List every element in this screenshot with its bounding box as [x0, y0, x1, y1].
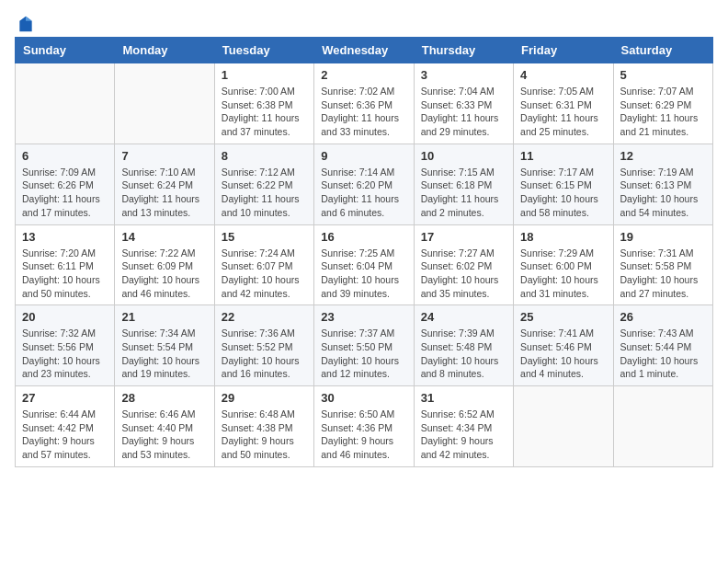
day-number: 1	[222, 68, 307, 82]
calendar-week-3: 13Sunrise: 7:20 AMSunset: 6:11 PMDayligh…	[16, 224, 713, 305]
calendar-cell: 27Sunrise: 6:44 AMSunset: 4:42 PMDayligh…	[16, 386, 115, 467]
day-info: Sunrise: 7:15 AMSunset: 6:18 PMDaylight:…	[421, 166, 506, 220]
calendar-cell: 11Sunrise: 7:17 AMSunset: 6:15 PMDayligh…	[514, 144, 613, 224]
day-info: Sunrise: 7:31 AMSunset: 5:58 PMDaylight:…	[620, 247, 706, 301]
calendar-cell: 12Sunrise: 7:19 AMSunset: 6:13 PMDayligh…	[613, 144, 712, 224]
calendar-week-5: 27Sunrise: 6:44 AMSunset: 4:42 PMDayligh…	[16, 386, 713, 467]
day-number: 14	[121, 230, 207, 244]
calendar-cell: 10Sunrise: 7:15 AMSunset: 6:18 PMDayligh…	[414, 144, 513, 224]
day-info: Sunrise: 7:10 AMSunset: 6:24 PMDaylight:…	[121, 166, 207, 220]
day-number: 19	[620, 230, 706, 244]
day-info: Sunrise: 7:07 AMSunset: 6:29 PMDaylight:…	[620, 85, 706, 139]
day-info: Sunrise: 7:22 AMSunset: 6:09 PMDaylight:…	[121, 247, 207, 301]
day-number: 8	[222, 149, 307, 163]
calendar-cell	[16, 63, 115, 144]
day-number: 25	[520, 310, 606, 324]
day-header-friday: Friday	[514, 38, 613, 63]
day-info: Sunrise: 7:17 AMSunset: 6:15 PMDaylight:…	[520, 166, 606, 220]
logo-icon	[17, 15, 35, 33]
day-number: 12	[620, 149, 706, 163]
logo	[15, 15, 35, 29]
calendar-cell: 30Sunrise: 6:50 AMSunset: 4:36 PMDayligh…	[314, 386, 414, 467]
day-info: Sunrise: 7:24 AMSunset: 6:07 PMDaylight:…	[222, 247, 307, 301]
calendar-cell	[115, 63, 214, 144]
calendar-week-2: 6Sunrise: 7:09 AMSunset: 6:26 PMDaylight…	[16, 144, 713, 224]
calendar-cell: 24Sunrise: 7:39 AMSunset: 5:48 PMDayligh…	[414, 305, 513, 386]
day-info: Sunrise: 7:27 AMSunset: 6:02 PMDaylight:…	[421, 247, 506, 301]
calendar-cell: 25Sunrise: 7:41 AMSunset: 5:46 PMDayligh…	[514, 305, 613, 386]
day-info: Sunrise: 7:39 AMSunset: 5:48 PMDaylight:…	[421, 327, 506, 381]
calendar-header: SundayMondayTuesdayWednesdayThursdayFrid…	[16, 38, 713, 63]
day-header-tuesday: Tuesday	[214, 38, 313, 63]
day-info: Sunrise: 7:09 AMSunset: 6:26 PMDaylight:…	[22, 166, 108, 220]
calendar-cell: 1Sunrise: 7:00 AMSunset: 6:38 PMDaylight…	[214, 63, 313, 144]
day-number: 22	[222, 310, 307, 324]
calendar-cell: 15Sunrise: 7:24 AMSunset: 6:07 PMDayligh…	[214, 224, 313, 305]
day-info: Sunrise: 6:48 AMSunset: 4:38 PMDaylight:…	[222, 408, 307, 462]
calendar-week-4: 20Sunrise: 7:32 AMSunset: 5:56 PMDayligh…	[16, 305, 713, 386]
calendar-cell: 4Sunrise: 7:05 AMSunset: 6:31 PMDaylight…	[514, 63, 613, 144]
day-number: 29	[222, 391, 307, 405]
calendar-body: 1Sunrise: 7:00 AMSunset: 6:38 PMDaylight…	[16, 63, 713, 467]
day-header-thursday: Thursday	[414, 38, 513, 63]
day-number: 21	[121, 310, 207, 324]
day-info: Sunrise: 6:44 AMSunset: 4:42 PMDaylight:…	[22, 408, 108, 462]
calendar-cell: 23Sunrise: 7:37 AMSunset: 5:50 PMDayligh…	[314, 305, 414, 386]
day-number: 5	[620, 68, 706, 82]
day-number: 23	[321, 310, 406, 324]
day-info: Sunrise: 7:20 AMSunset: 6:11 PMDaylight:…	[22, 247, 108, 301]
day-number: 3	[421, 68, 506, 82]
day-number: 26	[620, 310, 706, 324]
calendar-cell: 22Sunrise: 7:36 AMSunset: 5:52 PMDayligh…	[214, 305, 313, 386]
day-number: 10	[421, 149, 506, 163]
day-header-sunday: Sunday	[16, 38, 115, 63]
days-of-week-row: SundayMondayTuesdayWednesdayThursdayFrid…	[16, 38, 713, 63]
day-number: 28	[121, 391, 207, 405]
day-info: Sunrise: 7:05 AMSunset: 6:31 PMDaylight:…	[520, 85, 606, 139]
day-number: 4	[520, 68, 606, 82]
day-info: Sunrise: 7:41 AMSunset: 5:46 PMDaylight:…	[520, 327, 606, 381]
calendar-cell: 20Sunrise: 7:32 AMSunset: 5:56 PMDayligh…	[16, 305, 115, 386]
day-info: Sunrise: 7:14 AMSunset: 6:20 PMDaylight:…	[321, 166, 406, 220]
day-number: 11	[520, 149, 606, 163]
day-info: Sunrise: 7:29 AMSunset: 6:00 PMDaylight:…	[520, 247, 606, 301]
calendar-cell: 31Sunrise: 6:52 AMSunset: 4:34 PMDayligh…	[414, 386, 513, 467]
calendar-week-1: 1Sunrise: 7:00 AMSunset: 6:38 PMDaylight…	[16, 63, 713, 144]
day-number: 30	[321, 391, 406, 405]
calendar-cell: 6Sunrise: 7:09 AMSunset: 6:26 PMDaylight…	[16, 144, 115, 224]
day-number: 2	[321, 68, 406, 82]
day-number: 20	[22, 310, 108, 324]
calendar-cell: 8Sunrise: 7:12 AMSunset: 6:22 PMDaylight…	[214, 144, 313, 224]
calendar-cell	[514, 386, 613, 467]
calendar-table: SundayMondayTuesdayWednesdayThursdayFrid…	[15, 37, 713, 467]
day-info: Sunrise: 7:00 AMSunset: 6:38 PMDaylight:…	[222, 85, 307, 139]
calendar-cell: 9Sunrise: 7:14 AMSunset: 6:20 PMDaylight…	[314, 144, 414, 224]
day-info: Sunrise: 7:19 AMSunset: 6:13 PMDaylight:…	[620, 166, 706, 220]
day-info: Sunrise: 7:37 AMSunset: 5:50 PMDaylight:…	[321, 327, 406, 381]
day-header-saturday: Saturday	[613, 38, 712, 63]
calendar-cell: 26Sunrise: 7:43 AMSunset: 5:44 PMDayligh…	[613, 305, 712, 386]
day-info: Sunrise: 7:02 AMSunset: 6:36 PMDaylight:…	[321, 85, 406, 139]
day-number: 27	[22, 391, 108, 405]
day-info: Sunrise: 6:52 AMSunset: 4:34 PMDaylight:…	[421, 408, 506, 462]
day-info: Sunrise: 7:32 AMSunset: 5:56 PMDaylight:…	[22, 327, 108, 381]
day-number: 16	[321, 230, 406, 244]
calendar-cell: 29Sunrise: 6:48 AMSunset: 4:38 PMDayligh…	[214, 386, 313, 467]
calendar-cell: 19Sunrise: 7:31 AMSunset: 5:58 PMDayligh…	[613, 224, 712, 305]
calendar-cell: 17Sunrise: 7:27 AMSunset: 6:02 PMDayligh…	[414, 224, 513, 305]
calendar-cell: 18Sunrise: 7:29 AMSunset: 6:00 PMDayligh…	[514, 224, 613, 305]
day-number: 15	[222, 230, 307, 244]
day-info: Sunrise: 7:34 AMSunset: 5:54 PMDaylight:…	[121, 327, 207, 381]
calendar-cell: 3Sunrise: 7:04 AMSunset: 6:33 PMDaylight…	[414, 63, 513, 144]
day-info: Sunrise: 6:50 AMSunset: 4:36 PMDaylight:…	[321, 408, 406, 462]
day-number: 13	[22, 230, 108, 244]
day-info: Sunrise: 7:43 AMSunset: 5:44 PMDaylight:…	[620, 327, 706, 381]
calendar-cell: 14Sunrise: 7:22 AMSunset: 6:09 PMDayligh…	[115, 224, 214, 305]
day-header-monday: Monday	[115, 38, 214, 63]
day-info: Sunrise: 7:12 AMSunset: 6:22 PMDaylight:…	[222, 166, 307, 220]
day-info: Sunrise: 6:46 AMSunset: 4:40 PMDaylight:…	[121, 408, 207, 462]
calendar-cell: 7Sunrise: 7:10 AMSunset: 6:24 PMDaylight…	[115, 144, 214, 224]
calendar-cell	[613, 386, 712, 467]
calendar-cell: 5Sunrise: 7:07 AMSunset: 6:29 PMDaylight…	[613, 63, 712, 144]
day-number: 31	[421, 391, 506, 405]
